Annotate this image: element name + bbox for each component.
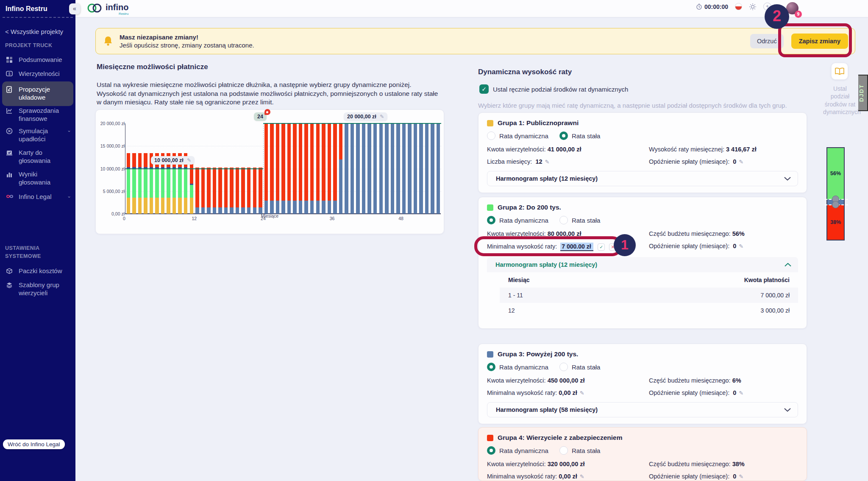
bar-month-36-steel[interactable] bbox=[328, 201, 331, 214]
language-flag-pl[interactable] bbox=[735, 3, 742, 10]
bar-month-53-steel[interactable] bbox=[425, 123, 428, 214]
bar-month-11-green[interactable] bbox=[184, 169, 187, 198]
bar-month-8-yellow[interactable] bbox=[167, 198, 170, 214]
bar-month-17-steel[interactable] bbox=[218, 207, 222, 214]
bar-month-28-red[interactable] bbox=[281, 123, 285, 201]
edit-icon[interactable]: ✎ bbox=[739, 159, 743, 165]
bar-month-54-steel[interactable] bbox=[431, 123, 434, 214]
allocation-info-button[interactable] bbox=[831, 63, 848, 80]
sidebar-item-podsumowanie[interactable]: Podsumowanie bbox=[0, 56, 75, 65]
bar-month-47-steel[interactable] bbox=[391, 123, 394, 214]
bar-month-44-steel[interactable] bbox=[373, 123, 377, 214]
sidebar-back-link[interactable]: < Wszystkie projekty bbox=[0, 28, 75, 35]
bar-month-29-steel[interactable] bbox=[287, 201, 291, 214]
bar-month-19-red[interactable] bbox=[230, 168, 233, 207]
bar-month-51-steel[interactable] bbox=[414, 123, 417, 214]
bar-month-42-steel[interactable] bbox=[362, 123, 365, 214]
bar-month-22-steel[interactable] bbox=[247, 207, 250, 214]
bar-month-10-yellow[interactable] bbox=[178, 198, 181, 214]
bar-month-4-green[interactable] bbox=[144, 169, 147, 198]
bar-month-37-steel[interactable] bbox=[333, 201, 337, 214]
bar-month-9-yellow[interactable] bbox=[172, 198, 176, 214]
sidebar-item-sprawozdania[interactable]: Sprawozdania finansowe bbox=[0, 107, 75, 123]
user-avatar-wrap[interactable]: 9 bbox=[785, 1, 799, 15]
bar-month-5-yellow[interactable] bbox=[150, 198, 153, 214]
allocation-slider[interactable]: 56%38% bbox=[826, 147, 845, 240]
group2-schedule-toggle[interactable]: Harmonogram spłaty (12 miesięcy) bbox=[487, 257, 798, 272]
sidebar-item-szablony[interactable]: Szablony grup wierzycieli bbox=[0, 281, 75, 297]
bar-month-39-steel[interactable] bbox=[345, 123, 348, 214]
limit-value-chip[interactable]: 10 000,00 zł ✎ bbox=[151, 156, 195, 165]
manual-allocation-checkbox[interactable]: ✓ bbox=[479, 84, 489, 94]
minimal-rate-input[interactable]: 7 000.00 zł bbox=[560, 243, 593, 251]
bar-month-34-steel[interactable] bbox=[316, 201, 320, 214]
bar-month-4-red[interactable] bbox=[144, 153, 147, 167]
bar-month-7-yellow[interactable] bbox=[161, 198, 164, 214]
bar-month-6-yellow[interactable] bbox=[155, 198, 159, 214]
bar-month-26-steel[interactable] bbox=[270, 201, 273, 214]
bar-month-34-red[interactable] bbox=[316, 123, 320, 201]
group4-radio-fixed[interactable]: Rata stała bbox=[559, 446, 601, 455]
bar-month-45-steel[interactable] bbox=[379, 123, 383, 214]
bar-month-23-steel[interactable] bbox=[253, 207, 256, 214]
bar-month-25-steel[interactable] bbox=[264, 201, 268, 214]
cancel-button[interactable]: ✕ bbox=[609, 243, 616, 251]
bar-month-13-steel[interactable] bbox=[195, 207, 199, 214]
edit-icon[interactable]: ✎ bbox=[739, 243, 743, 249]
bar-month-38-steel[interactable] bbox=[339, 159, 342, 214]
group4-radio-dynamic[interactable]: Rata dynamiczna bbox=[487, 446, 548, 455]
bar-month-6-green[interactable] bbox=[155, 169, 159, 198]
edit-icon[interactable]: ✎ bbox=[545, 159, 550, 165]
sidebar-item-paczki[interactable]: Paczki kosztów bbox=[0, 267, 75, 277]
bar-month-27-steel[interactable] bbox=[276, 201, 279, 214]
bar-month-36-red[interactable] bbox=[328, 123, 331, 201]
edit-icon[interactable]: ✎ bbox=[580, 473, 584, 480]
bar-month-12-navy[interactable] bbox=[190, 184, 193, 185]
bar-month-38-red[interactable] bbox=[339, 123, 342, 159]
bar-month-30-red[interactable] bbox=[293, 123, 296, 201]
bar-month-33-red[interactable] bbox=[310, 123, 314, 201]
discard-button[interactable]: Odrzuć bbox=[750, 34, 784, 48]
bar-month-16-steel[interactable] bbox=[213, 207, 216, 214]
sidebar-collapse-button[interactable]: « bbox=[69, 3, 80, 14]
group1-schedule-toggle[interactable]: Harmonogram spłaty (12 miesięcy) bbox=[487, 171, 798, 186]
bar-month-12-green[interactable] bbox=[190, 185, 193, 198]
bar-month-20-steel[interactable] bbox=[236, 207, 239, 214]
save-changes-button[interactable]: Zapisz zmiany bbox=[791, 34, 848, 49]
bar-month-48-steel[interactable] bbox=[396, 123, 400, 214]
bar-month-14-red[interactable] bbox=[201, 168, 205, 207]
sidebar-item-wierzytelnosci[interactable]: $ Wierzytelności bbox=[0, 70, 75, 79]
group3-radio-dynamic[interactable]: Rata dynamiczna bbox=[487, 363, 548, 371]
bar-month-32-steel[interactable] bbox=[304, 201, 308, 214]
bar-month-52-steel[interactable] bbox=[419, 123, 423, 214]
bar-month-26-red[interactable] bbox=[270, 123, 273, 201]
bar-month-13-red[interactable] bbox=[195, 168, 199, 207]
bar-month-30-steel[interactable] bbox=[293, 201, 296, 214]
bar-month-43-steel[interactable] bbox=[367, 123, 371, 214]
group1-radio-fixed[interactable]: Rata stała bbox=[559, 131, 601, 140]
group3-radio-fixed[interactable]: Rata stała bbox=[559, 363, 601, 371]
bar-month-40-steel[interactable] bbox=[351, 123, 354, 214]
bar-month-4-yellow[interactable] bbox=[144, 198, 147, 214]
bar-month-7-green[interactable] bbox=[161, 169, 164, 198]
bar-month-2-red[interactable] bbox=[132, 153, 136, 167]
django-debug-toolbar-tab[interactable]: DJDT bbox=[858, 75, 868, 111]
bar-month-22-red[interactable] bbox=[247, 168, 250, 207]
bar-month-2-green[interactable] bbox=[132, 169, 136, 198]
bar-month-16-red[interactable] bbox=[213, 168, 216, 207]
edit-icon[interactable]: ✎ bbox=[580, 390, 584, 396]
bar-month-14-steel[interactable] bbox=[201, 207, 205, 214]
back-to-infino-legal-button[interactable]: Wróć do Infino Legal bbox=[3, 439, 65, 449]
group2-radio-dynamic[interactable]: Rata dynamiczna bbox=[487, 216, 548, 224]
bar-month-8-green[interactable] bbox=[167, 169, 170, 198]
bar-month-46-steel[interactable] bbox=[385, 123, 388, 214]
bar-month-29-red[interactable] bbox=[287, 123, 291, 201]
theme-sun-icon[interactable] bbox=[749, 3, 757, 11]
bar-month-28-steel[interactable] bbox=[281, 201, 285, 214]
bar-month-49-steel[interactable] bbox=[402, 123, 406, 214]
limit-month-chip[interactable]: 24 bbox=[254, 112, 267, 121]
confirm-button[interactable]: ✓ bbox=[598, 243, 605, 251]
bar-month-12-yellow[interactable] bbox=[190, 198, 193, 214]
group3-schedule-toggle[interactable]: Harmonogram spłaty (58 miesięcy) bbox=[487, 402, 798, 417]
bar-month-3-red[interactable] bbox=[138, 153, 142, 167]
